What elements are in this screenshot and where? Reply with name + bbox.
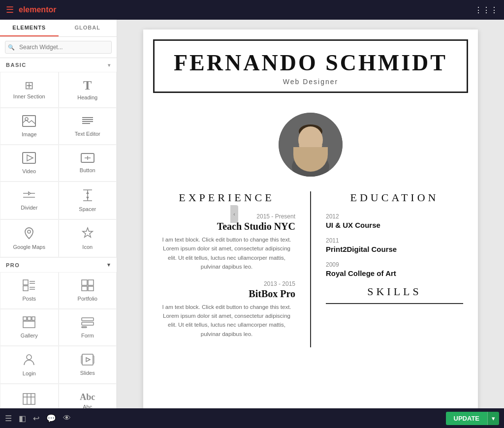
svg-rect-27	[82, 280, 87, 285]
search-input[interactable]	[5, 41, 112, 54]
bottom-toolbar: ☰ ◧ ↩ 💬 👁 UPDATE ▾	[0, 408, 504, 428]
svg-rect-41	[93, 356, 94, 364]
experience-column: EXPERIENCE 2015 - Present Teach Studio N…	[143, 191, 311, 347]
basic-section-header[interactable]: BASIC ▾	[0, 58, 117, 72]
inner-section-label: Inner Section	[13, 93, 45, 99]
widget-video[interactable]: Video	[0, 145, 59, 182]
pro-chevron-icon: ▾	[107, 262, 111, 268]
toolbar-left: ☰ ◧ ↩ 💬 👁	[5, 414, 71, 423]
image-label: Image	[22, 131, 37, 137]
collapse-sidebar-button[interactable]: ‹	[230, 205, 238, 223]
abc-icon: Abc	[80, 393, 95, 401]
widget-login[interactable]: Login	[0, 346, 59, 384]
widget-spacer[interactable]: Spacer	[59, 182, 117, 219]
resume-header: FERNANDO SCHMIDT Web Designer	[153, 39, 468, 93]
svg-rect-31	[23, 317, 27, 320]
svg-rect-53	[299, 139, 308, 145]
posts-label: Posts	[22, 296, 36, 302]
elementor-logo: elementor	[19, 5, 56, 14]
divider-label: Divider	[21, 205, 37, 211]
button-icon	[81, 153, 94, 165]
update-arrow-button[interactable]: ▾	[487, 412, 499, 425]
top-bar: ☰ elementor ⋮⋮⋮	[0, 0, 504, 20]
exp-year-1: 2015 - Present	[158, 213, 295, 220]
gallery-label: Gallery	[21, 333, 38, 338]
resume-photo-section	[143, 103, 478, 182]
widget-gallery[interactable]: Gallery	[0, 309, 59, 346]
toolbar-comments-icon[interactable]: 💬	[46, 414, 56, 423]
video-icon	[22, 152, 36, 166]
widget-slides[interactable]: Slides	[59, 346, 117, 384]
widget-table[interactable]	[0, 384, 59, 408]
svg-rect-32	[28, 317, 31, 320]
widget-posts[interactable]: Posts	[0, 272, 59, 309]
basic-section-label: BASIC	[6, 62, 27, 68]
edu-course-3: Royal College of Art	[326, 269, 463, 277]
pro-section-header[interactable]: PRO ▾	[0, 257, 117, 272]
widget-text-editor[interactable]: Text Editor	[59, 108, 117, 145]
exp-company-1: Teach Studio NYC	[158, 221, 295, 232]
widget-image[interactable]: Image	[0, 108, 59, 145]
spacer-label: Spacer	[79, 206, 96, 212]
form-icon	[81, 316, 94, 330]
edu-course-1: UI & UX Course	[326, 221, 463, 229]
widget-inner-section[interactable]: Inner Section	[0, 72, 59, 108]
widget-button[interactable]: Button	[59, 145, 117, 182]
form-label: Form	[81, 333, 94, 338]
tab-elements[interactable]: ELEMENTS	[0, 20, 59, 36]
svg-rect-36	[82, 322, 94, 325]
icon-label: Icon	[82, 244, 93, 250]
abc-label: Abc	[83, 404, 92, 409]
svg-point-48	[292, 153, 329, 177]
update-button[interactable]: UPDATE	[446, 412, 487, 425]
resume-subtitle: Web Designer	[159, 78, 462, 86]
gallery-icon	[23, 316, 35, 330]
portfolio-icon	[81, 279, 94, 293]
svg-rect-54	[313, 139, 322, 145]
tab-global[interactable]: GLOBAL	[59, 20, 117, 36]
skills-title: SKILLS	[326, 285, 463, 298]
top-bar-left: ☰ elementor	[6, 4, 56, 15]
grid-icon[interactable]: ⋮⋮⋮	[474, 5, 498, 15]
slides-icon	[81, 354, 94, 367]
toolbar-hamburger-icon[interactable]: ☰	[5, 414, 12, 423]
edu-year-1: 2012	[326, 213, 463, 220]
posts-icon	[23, 279, 35, 293]
pro-widgets-grid: Posts Portfolio	[0, 272, 117, 408]
toolbar-right: UPDATE ▾	[446, 412, 499, 425]
widget-form[interactable]: Form	[59, 309, 117, 346]
svg-rect-43	[23, 394, 35, 404]
portfolio-label: Portfolio	[78, 296, 97, 302]
toolbar-preview-icon[interactable]: 👁	[63, 414, 71, 423]
svg-rect-21	[23, 280, 28, 285]
widget-google-maps[interactable]: Google Maps	[0, 219, 59, 257]
edu-year-3: 2009	[326, 261, 463, 268]
hamburger-icon[interactable]: ☰	[6, 4, 14, 15]
text-editor-label: Text Editor	[75, 131, 100, 137]
widget-icon[interactable]: Icon	[59, 219, 117, 257]
exp-company-2: BitBox Pro	[158, 288, 295, 300]
main-layout: ELEMENTS GLOBAL BASIC ▾ Inner Section	[0, 20, 504, 408]
resume-name: FERNANDO SCHMIDT	[159, 50, 462, 76]
heading-icon: T	[83, 79, 92, 92]
toolbar-layers-icon[interactable]: ◧	[19, 414, 26, 423]
exp-year-2: 2013 - 2015	[158, 280, 295, 287]
svg-point-20	[28, 230, 31, 233]
svg-rect-29	[82, 286, 87, 291]
heading-label: Heading	[77, 94, 97, 100]
widget-divider[interactable]: Divider	[0, 182, 59, 219]
widget-abc[interactable]: Abc Abc	[59, 384, 117, 408]
google-maps-icon	[23, 227, 35, 242]
svg-rect-39	[82, 354, 93, 365]
divider-icon	[22, 190, 36, 202]
widget-portfolio[interactable]: Portfolio	[59, 272, 117, 309]
basic-chevron-icon: ▾	[108, 62, 111, 68]
svg-rect-33	[32, 317, 35, 320]
basic-widgets-grid: Inner Section T Heading Image	[0, 72, 117, 257]
sidebar-tabs: ELEMENTS GLOBAL	[0, 20, 117, 37]
exp-desc-2: I am text block. Click edit button to ch…	[158, 303, 295, 339]
svg-rect-35	[82, 318, 94, 321]
widget-heading[interactable]: T Heading	[59, 72, 117, 108]
resume-page: FERNANDO SCHMIDT Web Designer	[143, 30, 478, 408]
toolbar-history-icon[interactable]: ↩	[33, 414, 39, 423]
